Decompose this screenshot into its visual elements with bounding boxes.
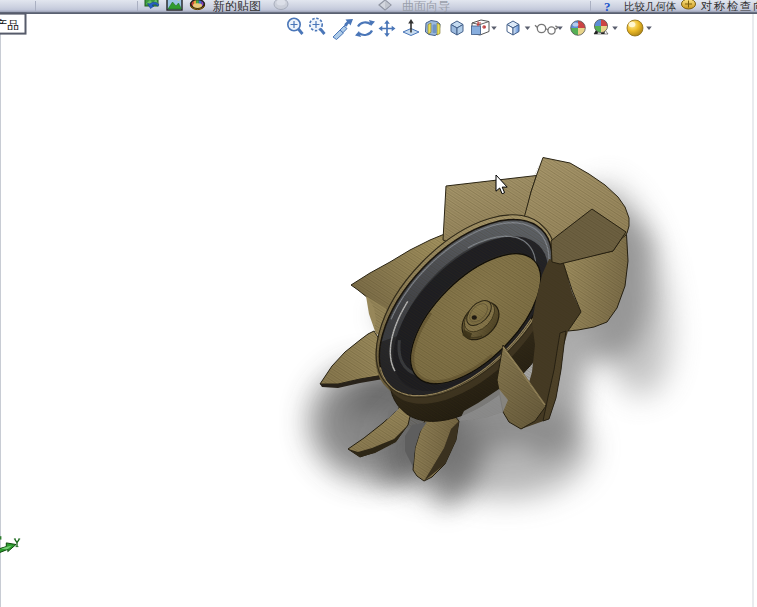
- svg-text:产品: 产品: [0, 18, 19, 32]
- svg-text:比较几何体: 比较几何体: [624, 0, 677, 12]
- svg-text:?: ?: [604, 0, 611, 14]
- svg-text:对称检查向: 对称检查向: [700, 0, 757, 12]
- svg-text:曲面向导: 曲面向导: [402, 0, 450, 13]
- svg-text:新的贴图: 新的贴图: [213, 0, 261, 13]
